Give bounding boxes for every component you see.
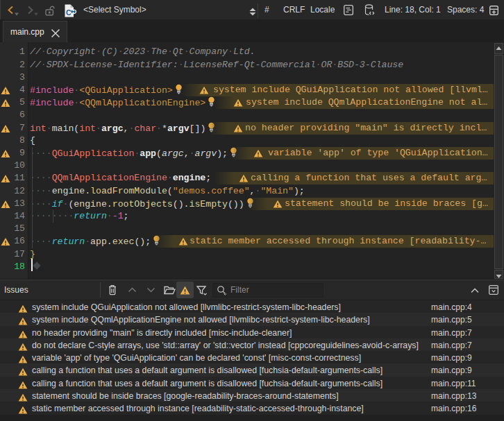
svg-text:C: C xyxy=(66,8,72,17)
